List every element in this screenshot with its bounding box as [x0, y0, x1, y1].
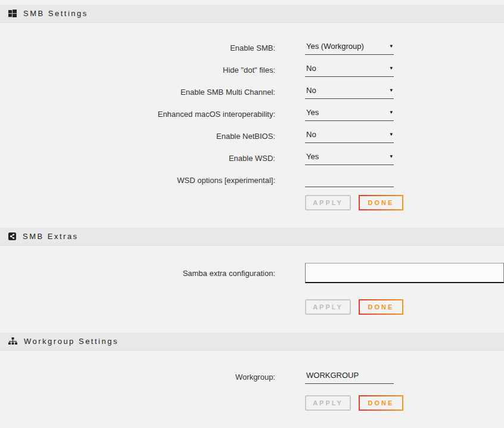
field-label: Enhanced macOS interoperability: — [0, 110, 275, 119]
done-button[interactable]: DONE — [359, 195, 403, 210]
select-value: Yes — [306, 152, 319, 161]
select-value: Yes (Workgroup) — [306, 42, 364, 51]
smb-extras-header: SMB Extras — [0, 228, 504, 246]
workgroup-settings-buttons: APPLY DONE — [0, 395, 504, 411]
field-label: Workgroup: — [0, 373, 275, 382]
dropdown-arrow-icon: ▾ — [390, 86, 393, 95]
form-row-samba-extra-configuration: Samba extra configuration: — [0, 263, 504, 283]
section-title: SMB Extras — [23, 232, 79, 241]
dropdown-arrow-icon: ▾ — [390, 152, 393, 161]
form-row-workgroup: Workgroup: — [0, 370, 504, 384]
form-row-enable-smb: Enable SMB: Yes (Workgroup) ▾ — [0, 41, 504, 55]
field-label: Samba extra configuration: — [0, 269, 275, 278]
field-label: Enable SMB: — [0, 44, 275, 52]
select-value: Yes — [306, 108, 319, 117]
smb-multi-channel-select[interactable]: No ▾ — [305, 85, 394, 99]
field-label: WSD options [experimental]: — [0, 176, 275, 185]
form-row-hide-dot-files: Hide "dot" files: No ▾ — [0, 63, 504, 77]
form-row-macos-interoperability: Enhanced macOS interoperability: Yes ▾ — [0, 107, 504, 121]
dropdown-arrow-icon: ▾ — [390, 130, 393, 139]
form-row-smb-multi-channel: Enable SMB Multi Channel: No ▾ — [0, 85, 504, 99]
enable-netbios-select[interactable]: No ▾ — [305, 129, 394, 143]
section-smb-settings: SMB Settings Enable SMB: Yes (Workgroup)… — [0, 5, 504, 228]
select-value: No — [306, 86, 316, 95]
dropdown-arrow-icon: ▾ — [390, 108, 393, 117]
select-value: No — [306, 64, 316, 73]
select-value: No — [306, 130, 316, 139]
field-label: Hide "dot" files: — [0, 66, 275, 75]
section-workgroup-settings: Workgroup Settings Workgroup: APPLY DONE — [0, 333, 504, 421]
apply-button[interactable]: APPLY — [305, 299, 351, 315]
form-row-enable-wsd: Enable WSD: Yes ▾ — [0, 151, 504, 165]
enable-wsd-select[interactable]: Yes ▾ — [305, 151, 394, 165]
share-square-icon — [8, 232, 16, 240]
apply-button[interactable]: APPLY — [305, 395, 351, 411]
apply-button[interactable]: APPLY — [305, 195, 351, 210]
section-title: Workgroup Settings — [24, 337, 119, 346]
wsd-options-input[interactable] — [305, 173, 394, 187]
smb-extras-buttons: APPLY DONE — [0, 299, 504, 315]
form-row-enable-netbios: Enable NetBIOS: No ▾ — [0, 129, 504, 143]
top-spacer — [0, 0, 504, 5]
enable-smb-select[interactable]: Yes (Workgroup) ▾ — [305, 41, 394, 55]
samba-extra-configuration-textarea[interactable] — [305, 263, 504, 283]
sitemap-icon — [8, 337, 17, 345]
done-button[interactable]: DONE — [359, 299, 403, 315]
hide-dot-files-select[interactable]: No ▾ — [305, 63, 394, 77]
form-row-wsd-options: WSD options [experimental]: — [0, 173, 504, 187]
smb-settings-header: SMB Settings — [0, 5, 504, 23]
field-label: Enable NetBIOS: — [0, 132, 275, 141]
dropdown-arrow-icon: ▾ — [390, 64, 393, 73]
windows-icon — [8, 10, 17, 17]
macos-interoperability-select[interactable]: Yes ▾ — [305, 107, 394, 121]
dropdown-arrow-icon: ▾ — [390, 42, 393, 51]
done-button[interactable]: DONE — [359, 395, 403, 411]
workgroup-input[interactable] — [305, 370, 394, 384]
smb-settings-buttons: APPLY DONE — [0, 195, 504, 210]
field-label: Enable WSD: — [0, 154, 275, 163]
workgroup-settings-header: Workgroup Settings — [0, 333, 504, 351]
section-smb-extras: SMB Extras Samba extra configuration: AP… — [0, 228, 504, 333]
section-title: SMB Settings — [23, 9, 88, 18]
field-label: Enable SMB Multi Channel: — [0, 88, 275, 97]
